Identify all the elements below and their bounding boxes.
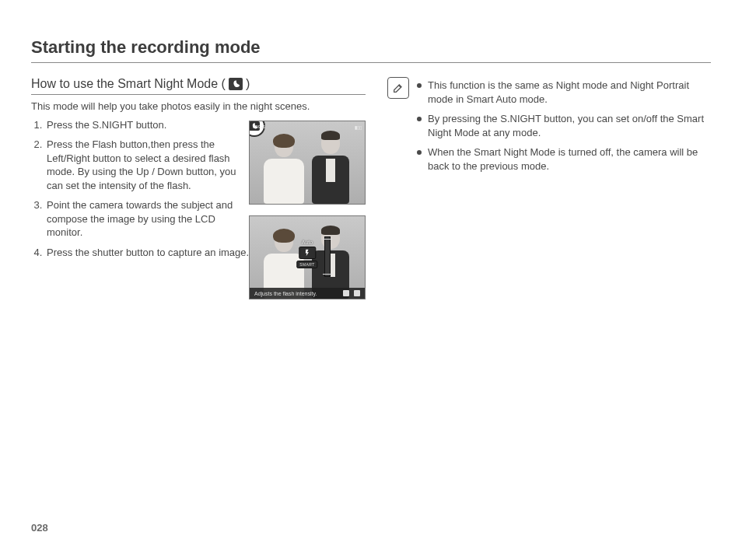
steps-list: Press the S.NIGHT button. Press the Flas… <box>31 118 254 260</box>
night-mode-icon <box>229 78 243 90</box>
list-item: This function is the same as Night mode … <box>417 79 711 106</box>
intensity-scale <box>324 236 331 277</box>
subject-bride <box>264 135 304 204</box>
nav-icon <box>354 290 360 296</box>
heading-prefix: How to use the Smart Night Mode ( <box>31 77 226 91</box>
flash-auto-icon <box>299 247 316 259</box>
flash-mode-overlay: Auto SMART <box>296 240 317 268</box>
list-item: Press the Flash button,then press the Le… <box>45 138 254 192</box>
status-text: Adjusts the flash intensity. <box>254 291 317 296</box>
notes-list: This function is the same as Night mode … <box>417 79 711 179</box>
section-intro: This mode will help you take photos easi… <box>31 100 366 114</box>
list-item: By pressing the S.NIGHT button, you can … <box>417 112 711 139</box>
note-pencil-icon <box>387 77 409 99</box>
heading-suffix: ) <box>246 77 250 91</box>
nav-icon <box>343 290 349 296</box>
list-item: Press the S.NIGHT button. <box>45 118 254 132</box>
list-item: When the Smart Night Mode is turned off,… <box>417 145 711 173</box>
camera-screenshot-1: 00931 ▮▯▯ <box>249 121 366 205</box>
page-title: Starting the recording mode <box>31 37 711 63</box>
list-item: Press the shutter button to capture an i… <box>45 246 254 260</box>
subject-groom <box>310 132 351 204</box>
page-number: 028 <box>31 522 48 534</box>
camera-screenshot-2: Auto SMART Adjusts the flash intensity. <box>249 215 366 299</box>
section-heading: How to use the Smart Night Mode ( ) <box>31 77 366 95</box>
list-item: Point the camera towards the subject and… <box>45 198 254 240</box>
smart-chip: SMART <box>296 261 317 268</box>
auto-label: Auto <box>302 240 313 245</box>
